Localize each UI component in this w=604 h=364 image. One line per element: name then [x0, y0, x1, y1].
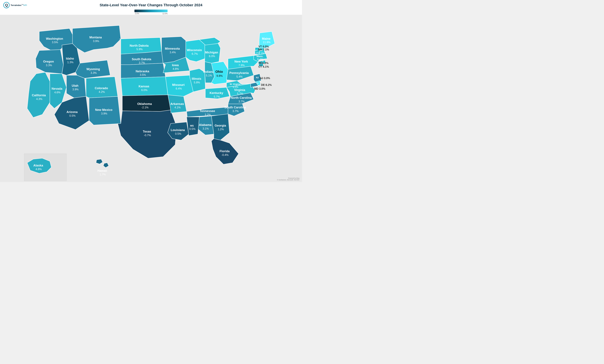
logo-icon: Q: [3, 2, 10, 8]
state-new-jersey: [254, 74, 261, 82]
page-title: State-Level Year-Over-Year Changes Throu…: [100, 3, 202, 7]
state-oklahoma: [122, 95, 171, 111]
page-container: Q TerraIndexTMHPI State-Level Year-Over-…: [0, 0, 302, 182]
state-michigan-lower: [205, 42, 221, 63]
footer: Powered by Bing © GeoNames, Microsoft, T…: [277, 177, 299, 181]
legend: -3.0% 12.0%: [134, 10, 168, 14]
header: Q TerraIndexTMHPI State-Level Year-Over-…: [0, 0, 302, 9]
state-mississippi: [187, 117, 199, 136]
state-nebraska: [121, 63, 165, 78]
logo-area: Q TerraIndexTMHPI: [3, 2, 27, 8]
footer-line2: © GeoNames, Microsoft, TomTom: [277, 179, 299, 181]
state-arkansas: [168, 95, 187, 113]
state-wisconsin: [186, 40, 205, 62]
state-ohio: [212, 62, 228, 84]
state-kentucky: [205, 87, 229, 99]
footer-line1: Powered by Bing: [277, 177, 299, 179]
state-utah: [66, 75, 86, 98]
legend-labels: -3.0% 12.0%: [134, 12, 168, 14]
legend-min-label: -3.0%: [134, 12, 139, 14]
state-new-mexico: [89, 96, 121, 125]
logo-q-letter: Q: [5, 3, 8, 7]
state-missouri: [165, 75, 193, 97]
state-rhode-island: [263, 60, 266, 64]
logo-brand-text: TerraIndexTMHPI: [11, 4, 27, 7]
legend-max-label: 12.0%: [163, 12, 168, 14]
state-connecticut: [258, 61, 264, 67]
choropleth-map: Washington 3.5% Oregon 3.3% California 4…: [0, 14, 302, 182]
state-vermont: [255, 48, 260, 55]
state-colorado: [86, 77, 118, 98]
map-container: Washington 3.5% Oregon 3.3% California 4…: [0, 14, 302, 182]
state-kansas: [121, 77, 168, 96]
legend-gradient-bar: [134, 10, 168, 12]
